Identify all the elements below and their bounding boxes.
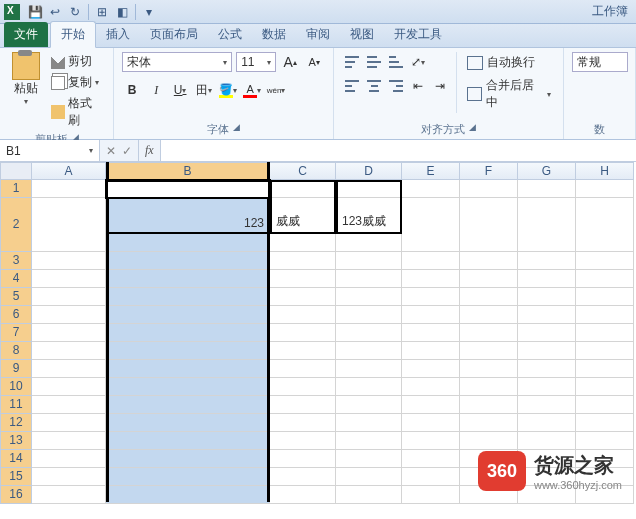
cell-C15[interactable] [270,468,336,486]
col-header-C[interactable]: C [270,162,336,180]
cell-F4[interactable] [460,270,518,288]
cell-E6[interactable] [402,306,460,324]
font-name-select[interactable]: 宋体▾ [122,52,232,72]
row-header-14[interactable]: 14 [0,450,32,468]
cell-G1[interactable] [518,180,576,198]
row-header-8[interactable]: 8 [0,342,32,360]
cell-D14[interactable] [336,450,402,468]
cell-B6[interactable] [106,306,270,324]
tab-file[interactable]: 文件 [4,22,48,47]
cell-C7[interactable] [270,324,336,342]
cell-D9[interactable] [336,360,402,378]
cell-B7[interactable] [106,324,270,342]
fx-icon[interactable]: fx [139,140,161,161]
cell-F11[interactable] [460,396,518,414]
row-header-9[interactable]: 9 [0,360,32,378]
cell-B13[interactable] [106,432,270,450]
col-header-G[interactable]: G [518,162,576,180]
cell-B8[interactable] [106,342,270,360]
qat-custom-2[interactable]: ◧ [113,3,131,21]
col-header-H[interactable]: H [576,162,634,180]
grow-font-button[interactable]: A▴ [280,52,300,72]
cell-C6[interactable] [270,306,336,324]
select-all-corner[interactable] [0,162,32,180]
cell-A9[interactable] [32,360,106,378]
row-header-6[interactable]: 6 [0,306,32,324]
cell-D8[interactable] [336,342,402,360]
cell-F1[interactable] [460,180,518,198]
tab-developer[interactable]: 开发工具 [384,22,452,47]
cell-B16[interactable] [106,486,270,504]
row-header-1[interactable]: 1 [0,180,32,198]
row-header-2[interactable]: 2 [0,198,32,252]
bold-button[interactable]: B [122,80,142,100]
cell-D3[interactable] [336,252,402,270]
cell-E12[interactable] [402,414,460,432]
enter-icon[interactable]: ✓ [122,144,132,158]
cell-E16[interactable] [402,486,460,504]
row-header-5[interactable]: 5 [0,288,32,306]
cell-D5[interactable] [336,288,402,306]
align-left-button[interactable] [342,76,362,96]
cell-A6[interactable] [32,306,106,324]
row-header-12[interactable]: 12 [0,414,32,432]
tab-view[interactable]: 视图 [340,22,384,47]
save-icon[interactable]: 💾 [26,3,44,21]
wrap-text-button[interactable]: 自动换行 [463,52,555,73]
cell-F13[interactable] [460,432,518,450]
formula-input[interactable] [161,140,636,161]
cell-G6[interactable] [518,306,576,324]
shrink-font-button[interactable]: A▾ [304,52,324,72]
cell-H13[interactable] [576,432,634,450]
cell-B10[interactable] [106,378,270,396]
cell-A16[interactable] [32,486,106,504]
orientation-button[interactable]: ⤢▾ [408,52,428,72]
row-header-3[interactable]: 3 [0,252,32,270]
italic-button[interactable]: I [146,80,166,100]
cell-C4[interactable] [270,270,336,288]
cell-A13[interactable] [32,432,106,450]
cell-C9[interactable] [270,360,336,378]
cell-G13[interactable] [518,432,576,450]
cell-B9[interactable] [106,360,270,378]
cut-button[interactable]: 剪切 [49,52,105,71]
cell-G8[interactable] [518,342,576,360]
cell-B14[interactable] [106,450,270,468]
cell-E8[interactable] [402,342,460,360]
cell-D16[interactable] [336,486,402,504]
merge-center-button[interactable]: 合并后居中▾ [463,75,555,113]
number-format-select[interactable]: 常规 [572,52,628,72]
dialog-launcher-icon[interactable]: ◢ [233,122,240,137]
cell-F3[interactable] [460,252,518,270]
merged-cell-C2[interactable]: 威威 [270,180,336,234]
font-color-button[interactable]: A▾ [242,80,262,100]
underline-button[interactable]: U▾ [170,80,190,100]
qat-more-icon[interactable]: ▾ [140,3,158,21]
cell-D4[interactable] [336,270,402,288]
border-button[interactable]: 田▾ [194,80,214,100]
qat-custom-1[interactable]: ⊞ [93,3,111,21]
phonetic-button[interactable]: wén▾ [266,80,286,100]
copy-button[interactable]: 复制▾ [49,73,105,92]
cell-F10[interactable] [460,378,518,396]
align-top-button[interactable] [342,52,362,72]
dialog-launcher-icon[interactable]: ◢ [469,122,476,137]
cancel-icon[interactable]: ✕ [106,144,116,158]
cell-G11[interactable] [518,396,576,414]
cell-E14[interactable] [402,450,460,468]
cell-H7[interactable] [576,324,634,342]
align-bottom-button[interactable] [386,52,406,72]
cell-H3[interactable] [576,252,634,270]
cell-C5[interactable] [270,288,336,306]
row-header-11[interactable]: 11 [0,396,32,414]
col-header-F[interactable]: F [460,162,518,180]
cell-G10[interactable] [518,378,576,396]
decrease-indent-button[interactable]: ⇤ [408,76,428,96]
tab-formulas[interactable]: 公式 [208,22,252,47]
cell-C16[interactable] [270,486,336,504]
cell-B5[interactable] [106,288,270,306]
row-header-4[interactable]: 4 [0,270,32,288]
cell-A11[interactable] [32,396,106,414]
merged-cell-B2[interactable]: 123 [106,180,270,234]
cell-D10[interactable] [336,378,402,396]
